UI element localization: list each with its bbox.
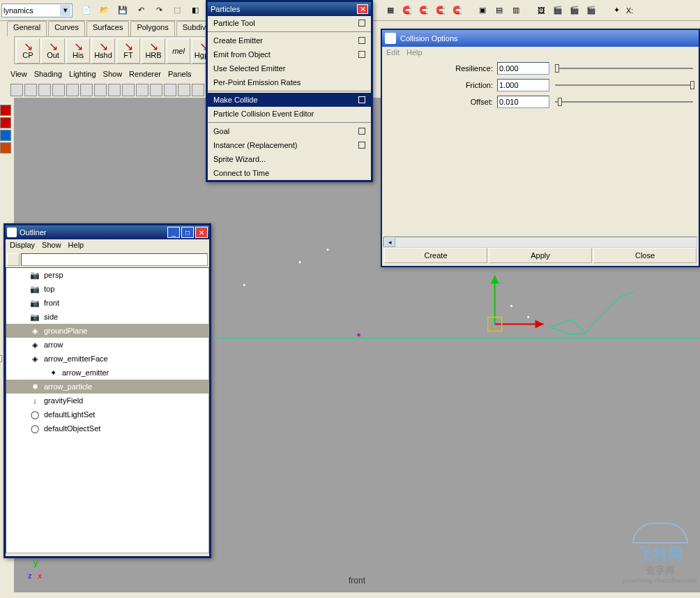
close-icon[interactable]: ✕ xyxy=(195,227,208,238)
particles-menu-item[interactable]: Per-Point Emission Rates xyxy=(208,75,371,89)
redo-icon[interactable]: ↷ xyxy=(152,3,166,17)
magnet4-icon[interactable]: 🧲 xyxy=(450,3,464,17)
vp-icon-14[interactable] xyxy=(192,84,204,96)
undo-icon[interactable]: ↶ xyxy=(134,3,148,17)
clapper2-icon[interactable]: 🎬 xyxy=(568,3,581,17)
particles-menu-title[interactable]: Particles ✕ xyxy=(208,2,371,16)
outliner-filter-icon[interactable] xyxy=(7,253,20,266)
option-box-icon[interactable] xyxy=(358,37,365,44)
option-box-icon[interactable] xyxy=(358,96,365,103)
outliner-item[interactable]: 📷front xyxy=(6,296,208,310)
tab-polygons[interactable]: Polygons xyxy=(130,21,174,36)
vp-lighting[interactable]: Lighting xyxy=(69,70,96,82)
particles-menu-item[interactable]: Make Collide xyxy=(208,93,371,107)
axis-icon[interactable]: ✦ xyxy=(609,3,623,17)
vp-show[interactable]: Show xyxy=(103,70,123,82)
shelf-hrb[interactable]: ↘HRB xyxy=(142,38,165,63)
shelf-mel[interactable]: mel xyxy=(167,38,190,63)
close-button[interactable]: Close xyxy=(593,248,697,263)
vp-view[interactable]: View xyxy=(10,70,27,82)
left-tool-1[interactable] xyxy=(0,105,11,116)
collision-input[interactable] xyxy=(497,96,549,108)
collision-slider[interactable] xyxy=(555,79,693,91)
vp-icon-12[interactable] xyxy=(164,84,176,96)
shelf-hshd[interactable]: ↘Hshd xyxy=(91,38,115,63)
outliner-item[interactable]: -◈arrow_emitterFace xyxy=(6,352,208,366)
tab-surfaces[interactable]: Surfaces xyxy=(86,21,129,36)
vp-icon-11[interactable] xyxy=(150,84,162,96)
option-box-icon[interactable] xyxy=(358,51,365,58)
layout2-icon[interactable]: ▤ xyxy=(492,3,506,17)
snap-icon[interactable]: ◧ xyxy=(188,3,202,17)
left-tool-3[interactable] xyxy=(0,130,11,141)
select-icon[interactable]: ⬚ xyxy=(170,3,184,17)
create-button[interactable]: Create xyxy=(384,248,487,263)
shelf-out[interactable]: ↘Out xyxy=(41,38,65,63)
outliner-item[interactable]: ✸arrow_particle xyxy=(6,380,208,394)
snap-grid-icon[interactable]: ▦ xyxy=(383,3,397,17)
vp-panels[interactable]: Panels xyxy=(168,70,192,82)
vp-shading[interactable]: Shading xyxy=(34,70,62,82)
outliner-item[interactable]: 📷side xyxy=(6,310,208,324)
mode-dropdown[interactable]: lynamics ▾ xyxy=(1,3,73,17)
particles-menu-item[interactable]: Instancer (Replacement) xyxy=(208,138,371,152)
layout1-icon[interactable]: ▣ xyxy=(475,3,489,17)
layout3-icon[interactable]: ▥ xyxy=(509,3,523,17)
magnet3-icon[interactable]: 🧲 xyxy=(434,3,448,17)
vp-icon-9[interactable] xyxy=(122,84,135,96)
collision-title-bar[interactable]: ◕ Collision Options xyxy=(382,30,699,47)
particles-menu-item[interactable]: Create Emitter xyxy=(208,33,371,47)
vp-icon-10[interactable] xyxy=(136,84,149,96)
close-icon[interactable]: ✕ xyxy=(357,4,368,14)
outliner-item[interactable]: ◈groundPlane xyxy=(6,324,208,338)
collision-slider[interactable] xyxy=(555,96,693,108)
particles-menu-item[interactable]: Goal xyxy=(208,124,371,138)
vp-icon-7[interactable] xyxy=(94,84,107,96)
outliner-menu-show[interactable]: Show xyxy=(42,241,61,251)
particles-menu-item[interactable]: Use Selected Emitter xyxy=(208,61,371,75)
shelf-cp[interactable]: ↘CP xyxy=(16,38,40,63)
left-tool-4[interactable] xyxy=(0,142,11,154)
shelf-ft[interactable]: ↘FT xyxy=(116,38,140,63)
option-box-icon[interactable] xyxy=(358,142,365,149)
render-icon[interactable]: 🖼 xyxy=(534,3,548,17)
maximize-icon[interactable]: □ xyxy=(181,227,194,238)
magnet-icon[interactable]: 🧲 xyxy=(400,3,414,17)
outliner-item[interactable]: 📷persp xyxy=(6,268,208,282)
collision-slider[interactable] xyxy=(555,62,693,75)
tab-general[interactable]: General xyxy=(7,21,47,36)
outliner-tree[interactable]: 📷persp📷top📷front📷side◈groundPlane◈arrow-… xyxy=(6,267,209,553)
outliner-search-input[interactable] xyxy=(21,253,208,266)
option-box-icon[interactable] xyxy=(358,128,365,135)
option-box-icon[interactable] xyxy=(358,20,365,27)
outliner-item[interactable]: ◈arrow xyxy=(6,338,208,352)
outliner-menu-help[interactable]: Help xyxy=(68,241,84,251)
file-save-icon[interactable]: 💾 xyxy=(116,3,130,17)
vp-icon-4[interactable] xyxy=(52,84,65,96)
particles-menu-item[interactable]: Sprite Wizard... xyxy=(208,152,371,166)
particles-menu-item[interactable]: Connect to Time xyxy=(208,166,371,180)
particles-menu-item[interactable]: Particle Tool xyxy=(208,16,371,30)
shelf-his[interactable]: ↘His xyxy=(66,38,90,63)
outliner-item[interactable]: ↓gravityField xyxy=(6,394,208,408)
minimize-icon[interactable]: _ xyxy=(167,227,180,238)
apply-button[interactable]: Apply xyxy=(489,248,592,263)
scroll-left-icon[interactable]: ◂ xyxy=(384,237,395,247)
vp-icon-1[interactable] xyxy=(10,84,23,96)
outliner-item[interactable]: ✦arrow_emitter xyxy=(6,366,208,380)
clapper3-icon[interactable]: 🎬 xyxy=(584,3,598,17)
outliner-item[interactable]: ◯defaultObjectSet xyxy=(6,421,208,435)
collision-input[interactable] xyxy=(497,62,549,75)
file-new-icon[interactable]: 📄 xyxy=(79,3,93,17)
particles-menu-item[interactable]: Emit from Object xyxy=(208,47,371,61)
clapper-icon[interactable]: 🎬 xyxy=(551,3,565,17)
outliner-title-bar[interactable]: ◕ Outliner _ □ ✕ xyxy=(6,225,209,239)
vp-icon-8[interactable] xyxy=(108,84,121,96)
vp-icon-6[interactable] xyxy=(80,84,93,96)
file-open-icon[interactable]: 📂 xyxy=(98,3,112,17)
collision-hscroll[interactable]: ◂ xyxy=(383,237,697,248)
vp-icon-13[interactable] xyxy=(178,84,190,96)
collision-input[interactable] xyxy=(497,79,549,91)
tab-curves[interactable]: Curves xyxy=(48,21,85,36)
left-tool-2[interactable] xyxy=(0,117,11,128)
